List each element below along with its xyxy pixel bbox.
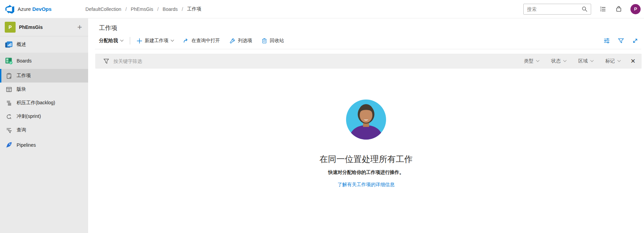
- sidebar: P PhEmsGis + 概述: [0, 18, 88, 233]
- overview-icon: [4, 40, 13, 49]
- queries-icon: [6, 127, 12, 133]
- backlog-icon: [6, 100, 12, 106]
- sidebar-item-backlog[interactable]: 积压工作(backlog): [0, 96, 88, 110]
- sprint-board-icon: [6, 86, 12, 92]
- sidebar-item-label: 查询: [17, 127, 26, 133]
- sidebar-item-sprint-boards[interactable]: 版块: [0, 83, 88, 96]
- project-name: PhEmsGis: [19, 24, 73, 30]
- filter-area-dropdown[interactable]: 区域: [578, 58, 593, 64]
- project-avatar: P: [5, 22, 16, 33]
- learn-more-link[interactable]: 了解有关工作项的详细信息: [338, 182, 395, 188]
- search-box[interactable]: [523, 4, 591, 15]
- filter-toggle-icon[interactable]: [618, 37, 624, 44]
- breadcrumb-separator: /: [157, 6, 159, 12]
- chevron-down-icon: [536, 59, 539, 62]
- main-content: 工作项 分配给我 新建工作项 在查询中打开: [88, 18, 644, 233]
- breadcrumb-separator: /: [125, 6, 127, 12]
- sidebar-item-label: 冲刺(sprint): [17, 113, 41, 120]
- breadcrumb-project[interactable]: PhEmsGis: [131, 6, 153, 12]
- wrench-icon: [229, 38, 235, 44]
- breadcrumb-boards[interactable]: Boards: [163, 6, 178, 12]
- new-work-item-button[interactable]: 新建工作项: [137, 38, 174, 44]
- azure-devops-home-link[interactable]: Azure DevOps: [5, 5, 52, 14]
- breadcrumb-work-items[interactable]: 工作项: [187, 6, 201, 12]
- button-label: 新建工作项: [145, 38, 168, 44]
- sprint-icon: [6, 113, 12, 120]
- breadcrumb-collection[interactable]: DefaultCollection: [85, 6, 121, 12]
- dropdown-label: 区域: [578, 58, 588, 64]
- sidebar-item-label: Boards: [17, 58, 32, 64]
- empty-state: 在同一位置处理所有工作 快速对分配给你的工作项进行操作。 了解有关工作项的详细信…: [88, 100, 644, 188]
- sidebar-item-sprints[interactable]: 冲刺(sprint): [0, 110, 88, 123]
- column-options-button[interactable]: 列选项: [229, 38, 252, 44]
- sidebar-item-label: Pipelines: [17, 142, 36, 148]
- app-shell: P PhEmsGis + 概述: [0, 18, 644, 233]
- filter-type-dropdown[interactable]: 类型: [524, 58, 539, 64]
- search-icon[interactable]: [581, 5, 588, 13]
- empty-state-title: 在同一位置处理所有工作: [320, 154, 413, 165]
- filter-bar: 类型 状态 区域 标记 ✕: [95, 54, 642, 69]
- keyword-filter-input[interactable]: [114, 58, 524, 64]
- breadcrumb-separator: /: [182, 6, 183, 12]
- assigned-to-me-pivot[interactable]: 分配给我: [99, 38, 123, 44]
- marketplace-bag-icon[interactable]: [615, 5, 622, 13]
- filter-dropdowns: 类型 状态 区域 标记: [524, 58, 620, 64]
- filter-funnel-icon: [103, 58, 109, 64]
- recycle-bin-button[interactable]: 回收站: [262, 38, 284, 44]
- sidebar-item-label: 工作项: [17, 73, 31, 79]
- command-bar-separator: [130, 37, 130, 44]
- filter-state-dropdown[interactable]: 状态: [551, 58, 566, 64]
- sidebar-item-label: 概述: [17, 41, 26, 48]
- filter-tags-dropdown[interactable]: 标记: [605, 58, 620, 64]
- user-avatar[interactable]: P: [630, 4, 641, 14]
- sidebar-item-overview[interactable]: 概述: [0, 36, 88, 53]
- open-in-queries-icon: [183, 38, 189, 44]
- dropdown-label: 标记: [605, 58, 615, 64]
- sidebar-item-label: 版块: [17, 86, 26, 92]
- chevron-down-icon: [563, 59, 566, 62]
- project-header[interactable]: P PhEmsGis +: [0, 18, 88, 36]
- command-bar-right: [603, 37, 639, 44]
- empty-state-subtitle: 快速对分配给你的工作项进行操作。: [328, 169, 404, 176]
- sidebar-item-label: 积压工作(backlog): [17, 100, 55, 106]
- topbar-right: P: [523, 4, 641, 15]
- chevron-down-icon: [590, 59, 593, 62]
- brand-text: Azure DevOps: [18, 6, 52, 12]
- person-illustration: [346, 100, 386, 140]
- dropdown-label: 类型: [524, 58, 534, 64]
- content-divider: [95, 49, 641, 49]
- view-options-icon[interactable]: [603, 37, 610, 44]
- fullscreen-icon[interactable]: [632, 37, 639, 44]
- chevron-down-icon: [171, 38, 174, 42]
- add-project-icon[interactable]: +: [76, 23, 83, 31]
- breadcrumb: DefaultCollection / PhEmsGis / Boards / …: [85, 6, 201, 12]
- open-in-queries-button[interactable]: 在查询中打开: [183, 38, 220, 44]
- button-label: 列选项: [238, 38, 252, 44]
- chevron-down-icon: [120, 38, 124, 42]
- dropdown-label: 状态: [551, 58, 561, 64]
- boards-icon: [4, 56, 13, 65]
- top-bar: Azure DevOps DefaultCollection / PhEmsGi…: [0, 0, 644, 18]
- pivot-label: 分配给我: [99, 38, 118, 44]
- recycle-bin-icon: [262, 38, 267, 43]
- sidebar-item-boards[interactable]: Boards: [0, 53, 88, 69]
- chevron-down-icon: [617, 59, 621, 62]
- command-bar: 分配给我 新建工作项 在查询中打开 列选项: [88, 33, 644, 49]
- filter-close-icon[interactable]: ✕: [630, 58, 636, 64]
- button-label: 在查询中打开: [192, 38, 220, 44]
- plus-icon: [137, 38, 142, 43]
- sidebar-item-queries[interactable]: 查询: [0, 123, 88, 137]
- work-items-icon: [6, 73, 12, 79]
- sidebar-item-work-items[interactable]: 工作项: [0, 69, 88, 83]
- page-title: 工作项: [99, 24, 644, 33]
- my-work-items-icon[interactable]: [599, 5, 607, 13]
- search-input[interactable]: [527, 6, 581, 12]
- azure-devops-logo-icon: [5, 5, 14, 14]
- sidebar-item-pipelines[interactable]: Pipelines: [0, 137, 88, 153]
- pipelines-icon: [4, 141, 13, 149]
- button-label: 回收站: [270, 38, 284, 44]
